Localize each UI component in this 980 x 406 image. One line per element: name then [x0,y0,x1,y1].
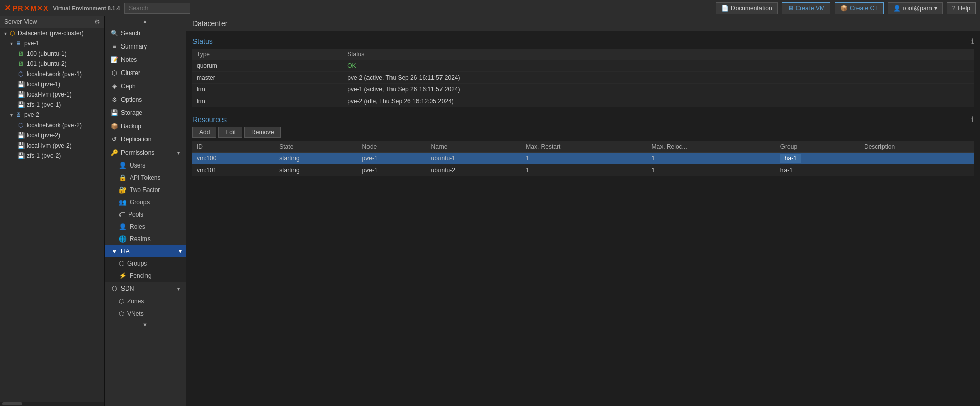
nav-sub-two-factor[interactable]: 🔐 Two Factor [105,184,186,196]
nav-sub-realms[interactable]: 🌐 Realms [105,233,186,245]
status-row-quorum-value: OK [343,60,974,72]
tree-item-local-lvm-pve2[interactable]: 💾 local-lvm (pve-2) [0,140,104,151]
resource-row1-description [860,153,974,164]
resource-row1-node: pve-1 [358,153,427,164]
nav-sub-api-tokens[interactable]: 🔒 API Tokens [105,172,186,184]
datacenter-label: Datacenter (pve-cluster) [18,30,84,37]
nav-collapse-bottom[interactable]: ▼ [105,320,186,330]
resource-row2-max-restart: 1 [522,164,647,176]
nav-item-notes[interactable]: 📝 Notes [105,53,186,66]
create-ct-icon: 📦 [840,5,848,12]
resources-col-description: Description [860,141,974,153]
nav-two-factor-label: Two Factor [130,186,160,194]
documentation-button[interactable]: 📄 Documentation [716,2,778,14]
help-button[interactable]: ? Help [947,2,976,14]
tree-item-zfs1-pve1[interactable]: 💾 zfs-1 (pve-1) [0,100,104,110]
add-button[interactable]: Add [192,127,216,138]
settings-icon[interactable]: ⚙ [94,18,100,26]
tree-item-pve2[interactable]: ▾ 🖥 pve-2 [0,110,104,120]
status-row-master-type: master [192,72,343,84]
nav-sub-users[interactable]: 👤 Users [105,159,186,172]
sdn-expand-icon: ▾ [177,286,180,292]
tree-item-localnetwork-pve2[interactable]: ⬡ localnetwork (pve-2) [0,120,104,130]
zones-sub-icon: ⬡ [119,298,124,305]
nav-sub-roles[interactable]: 👤 Roles [105,221,186,233]
tree-item-datacenter[interactable]: ▾ ⬡ Datacenter (pve-cluster) [0,28,104,38]
api-tokens-sub-icon: 🔒 [119,174,127,181]
tree-item-local-lvm-pve1[interactable]: 💾 local-lvm (pve-1) [0,89,104,100]
nav-item-cluster[interactable]: ⬡ Cluster [105,66,186,80]
create-ct-button[interactable]: 📦 Create CT [835,2,884,14]
resources-col-name: Name [427,141,522,153]
status-row-master-value: pve-2 (active, Thu Sep 26 16:11:57 2024) [343,72,974,84]
nav-item-replication[interactable]: ↺ Replication [105,133,186,146]
nav-backup-label: Backup [121,123,141,130]
vm101-label: 101 (ubuntu-2) [27,60,67,67]
tree-item-local-pve2[interactable]: 💾 local (pve-2) [0,130,104,140]
replication-nav-icon: ↺ [111,136,118,143]
nav-sub-fencing[interactable]: ⚡ Fencing [105,270,186,282]
nav-sub-groups[interactable]: 👥 Groups [105,196,186,208]
local-lvm-pve2-label: local-lvm (pve-2) [27,142,72,149]
user-chevron-icon: ▾ [934,5,937,12]
nav-sub-zones[interactable]: ⬡ Zones [105,295,186,307]
pools-sub-icon: 🏷 [119,211,125,218]
nav-item-search[interactable]: 🔍 Search [105,27,186,40]
table-row[interactable]: vm:101 starting pve-1 ubuntu-2 1 1 ha-1 [192,164,974,176]
sdn-nav-icon: ⬡ [111,285,118,292]
tree-item-vm100[interactable]: 🖥 100 (ubuntu-1) [0,49,104,59]
status-section: Status ℹ Type Status quorum OK [192,37,974,107]
nav-item-options[interactable]: ⚙ Options [105,93,186,106]
nav-item-backup[interactable]: 📦 Backup [105,120,186,133]
help-icon: ? [952,5,956,12]
nav-item-sdn[interactable]: ⬡ SDN ▾ [105,282,186,295]
resources-col-id: ID [192,141,275,153]
tree-item-pve1[interactable]: ▾ 🖥 pve-1 [0,38,104,49]
status-row-lrm2-value: pve-2 (idle, Thu Sep 26 16:12:05 2024) [343,95,974,107]
resource-row2-group: ha-1 [776,164,860,176]
nav-sub-ha-groups[interactable]: ⬡ Groups [105,257,186,270]
nav-item-ha[interactable]: ♥ HA ▾ [105,245,186,257]
resources-section: Resources ℹ Add Edit Remove ID State Nod… [192,115,974,176]
nav-item-storage[interactable]: 💾 Storage [105,106,186,120]
topbar-search-input[interactable] [124,3,190,14]
ha-nav-icon: ♥ [111,248,118,255]
logo: ✕ PR✕M✕X Virtual Environment 8.1.4 [4,3,120,13]
fencing-sub-icon: ⚡ [119,272,127,279]
resource-row2-name: ubuntu-2 [427,164,522,176]
resources-toolbar: Add Edit Remove [192,127,974,138]
nav-sub-vnets[interactable]: ⬡ VNets [105,307,186,320]
localnetwork-pve1-label: localnetwork (pve-1) [27,70,82,78]
nav-item-ceph[interactable]: ◈ Ceph [105,80,186,93]
table-row[interactable]: vm:100 starting pve-1 ubuntu-1 1 1 ha-1 [192,153,974,164]
datacenter-icon: ⬡ [9,30,16,37]
nav-item-summary[interactable]: ≡ Summary [105,40,186,53]
remove-button[interactable]: Remove [244,127,281,138]
datacenter-chevron-icon: ▾ [4,31,7,36]
nav-fencing-label: Fencing [130,272,152,279]
nav-permissions-label: Permissions [121,149,154,156]
status-info-icon: ℹ [971,37,974,45]
nav-collapse-top[interactable]: ▲ [105,16,186,27]
nav-sub-pools[interactable]: 🏷 Pools [105,208,186,221]
tree-item-local-pve1[interactable]: 💾 local (pve-1) [0,79,104,89]
resource-row1-state: starting [275,153,358,164]
resource-row1-max-restart: 1 [522,153,647,164]
status-row-quorum-type: quorum [192,60,343,72]
tree-item-localnetwork-pve1[interactable]: ⬡ localnetwork (pve-1) [0,69,104,79]
status-col-status: Status [343,49,974,60]
local-lvm-pve1-label: local-lvm (pve-1) [27,91,72,98]
resources-col-node: Node [358,141,427,153]
local-pve1-label: local (pve-1) [27,81,60,88]
vnets-sub-icon: ⬡ [119,310,124,317]
tree-item-vm101[interactable]: 🖥 101 (ubuntu-2) [0,59,104,69]
tree-item-zfs1-pve2[interactable]: 💾 zfs-1 (pve-2) [0,151,104,161]
tree-scrollbar[interactable] [0,402,104,406]
cluster-nav-icon: ⬡ [111,69,118,77]
user-menu-button[interactable]: 👤 root@pam ▾ [888,2,942,14]
create-vm-button[interactable]: 🖥 Create VM [782,2,830,14]
zfs1-pve1-label: zfs-1 (pve-1) [27,101,61,108]
edit-button[interactable]: Edit [218,127,242,138]
nav-item-permissions[interactable]: 🔑 Permissions ▾ [105,146,186,159]
nav-api-tokens-label: API Tokens [130,174,160,181]
